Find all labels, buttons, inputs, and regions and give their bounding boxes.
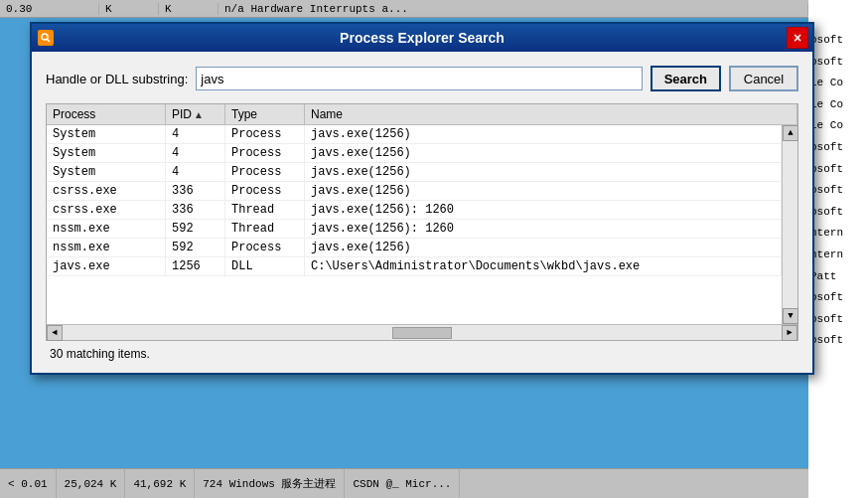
bg-text-item: osoft — [808, 159, 868, 181]
results-header: Process PID ▲ Type Name — [47, 104, 797, 125]
dialog-titlebar: Process Explorer Search × — [32, 24, 812, 52]
cell-process: System — [47, 125, 166, 143]
cell-pid: 592 — [166, 239, 225, 256]
results-body-wrapper: System 4 Process javs.exe(1256) System 4… — [47, 125, 797, 324]
bg-text-item: le Co — [808, 115, 868, 137]
bottom-taskbar: < 0.01 25,024 K 41,692 K 724 Windows 服务主… — [0, 468, 808, 498]
cell-name: C:\Users\Administrator\Documents\wkbd\ja… — [305, 257, 782, 275]
cell-name: javs.exe(1256) — [305, 144, 782, 162]
table-row[interactable]: System 4 Process javs.exe(1256) — [47, 163, 782, 182]
table-row[interactable]: nssm.exe 592 Process javs.exe(1256) — [47, 239, 782, 257]
cell-pid: 1256 — [166, 257, 225, 275]
table-row[interactable]: javs.exe 1256 DLL C:\Users\Administrator… — [47, 257, 782, 276]
cell-type: DLL — [225, 257, 305, 275]
col-header-pid: PID ▲ — [166, 104, 225, 124]
cell-process: System — [47, 163, 166, 181]
top-cell-desc: n/a Hardware Interrupts a... — [218, 3, 808, 15]
cell-process: System — [47, 144, 166, 162]
table-row[interactable]: csrss.exe 336 Process javs.exe(1256) — [47, 182, 782, 201]
col-header-type: Type — [225, 104, 305, 124]
table-row[interactable]: System 4 Process javs.exe(1256) — [47, 144, 782, 163]
cancel-button[interactable]: Cancel — [729, 66, 798, 91]
table-row[interactable]: csrss.exe 336 Thread javs.exe(1256): 126… — [47, 201, 782, 220]
bg-text-item: osoft — [808, 309, 868, 331]
bg-text-item: osoft — [808, 52, 868, 74]
bottom-cell-3: 41,692 K — [125, 469, 195, 498]
scroll-down-arrow[interactable]: ▼ — [783, 308, 798, 324]
cell-name: javs.exe(1256) — [305, 163, 782, 181]
bg-text-item: osoft — [808, 202, 868, 224]
scroll-track[interactable] — [783, 141, 797, 308]
dialog-app-icon — [38, 30, 54, 46]
bg-text-item: osoft — [808, 330, 868, 352]
cell-type: Process — [225, 239, 305, 256]
cell-name: javs.exe(1256) — [305, 182, 782, 200]
vertical-scrollbar[interactable]: ▲ ▼ — [782, 125, 797, 324]
dialog-title: Process Explorer Search — [340, 30, 505, 46]
bottom-cell-5: CSDN @_ Micr... — [345, 469, 460, 498]
bg-text-item: osoft — [808, 287, 868, 309]
close-button[interactable]: × — [787, 27, 808, 49]
scroll-left-arrow[interactable]: ◄ — [47, 325, 63, 341]
cell-name: javs.exe(1256) — [305, 125, 782, 143]
cell-name: javs.exe(1256) — [305, 239, 782, 256]
bg-text-item: le Co — [808, 94, 868, 116]
bg-text-item: osoft — [808, 137, 868, 159]
scroll-right-arrow[interactable]: ► — [782, 325, 797, 341]
cell-pid: 4 — [166, 144, 225, 162]
bottom-cell-1: < 0.01 — [0, 469, 57, 498]
scroll-thumb-h[interactable] — [392, 327, 452, 339]
background-right-panel: osoft osoft le Co le Co le Co osoft osof… — [808, 0, 868, 498]
bg-text-item: ntern — [808, 245, 868, 266]
bg-text-item: ntern — [808, 223, 868, 245]
cell-type: Process — [225, 125, 305, 143]
col-header-name: Name — [305, 104, 797, 124]
table-row[interactable]: System 4 Process javs.exe(1256) — [47, 125, 782, 144]
top-cell-k2: K — [159, 3, 218, 15]
table-row[interactable]: nssm.exe 592 Thread javs.exe(1256): 1260 — [47, 220, 782, 239]
cell-type: Process — [225, 144, 305, 162]
cell-pid: 592 — [166, 220, 225, 238]
cell-name: javs.exe(1256): 1260 — [305, 220, 782, 238]
top-cell-value: 0.30 — [0, 3, 99, 15]
results-body[interactable]: System 4 Process javs.exe(1256) System 4… — [47, 125, 782, 324]
bottom-cell-2: 25,024 K — [57, 469, 126, 498]
cell-pid: 4 — [166, 125, 225, 143]
cell-type: Thread — [225, 201, 305, 219]
dialog-body: Handle or DLL substring: Search Cancel P… — [32, 52, 812, 373]
status-bar: 30 matching items. — [46, 341, 798, 363]
cell-name: javs.exe(1256): 1260 — [305, 201, 782, 219]
search-label: Handle or DLL substring: — [46, 72, 188, 86]
bg-text-item: osoft — [808, 180, 868, 202]
cell-type: Process — [225, 163, 305, 181]
search-button[interactable]: Search — [651, 66, 721, 91]
cell-process: csrss.exe — [47, 182, 166, 200]
search-row: Handle or DLL substring: Search Cancel — [46, 66, 798, 91]
bg-text-item: osoft — [808, 30, 868, 52]
scroll-up-arrow[interactable]: ▲ — [783, 125, 798, 141]
sort-arrow-icon: ▲ — [194, 109, 204, 120]
results-table: Process PID ▲ Type Name System 4 — [46, 103, 798, 341]
cell-process: javs.exe — [47, 257, 166, 275]
cell-pid: 336 — [166, 201, 225, 219]
process-explorer-search-dialog: Process Explorer Search × Handle or DLL … — [30, 22, 814, 375]
cell-type: Process — [225, 182, 305, 200]
top-cell-k1: K — [99, 3, 159, 15]
search-input[interactable] — [196, 67, 642, 90]
cell-process: nssm.exe — [47, 239, 166, 256]
cell-pid: 4 — [166, 163, 225, 181]
scroll-track-h[interactable] — [63, 325, 782, 340]
cell-process: nssm.exe — [47, 220, 166, 238]
col-header-process: Process — [47, 104, 166, 124]
cell-type: Thread — [225, 220, 305, 238]
bg-text-item: Patt — [808, 266, 868, 288]
horizontal-scrollbar[interactable]: ◄ ► — [47, 324, 797, 340]
bg-text-item: le Co — [808, 73, 868, 94]
cell-process: csrss.exe — [47, 201, 166, 219]
bottom-cell-4: 724 Windows 服务主进程 — [195, 469, 345, 498]
cell-pid: 336 — [166, 182, 225, 200]
